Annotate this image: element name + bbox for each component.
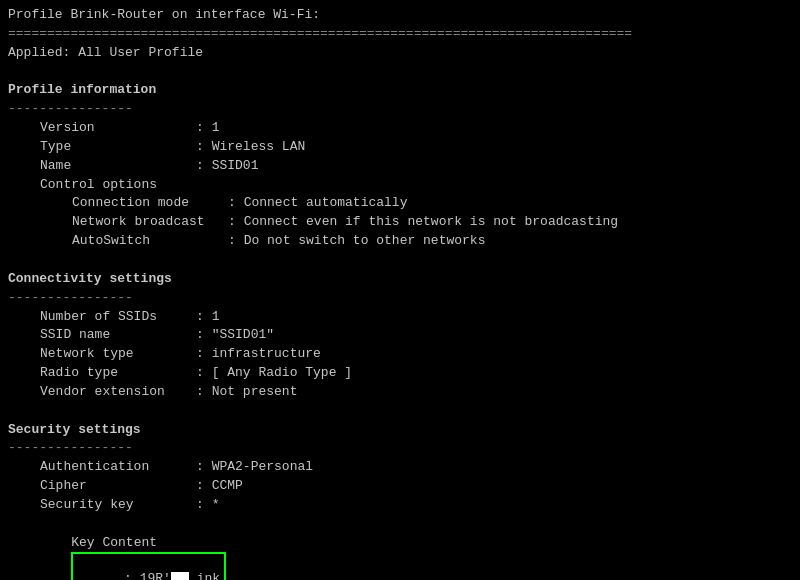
equals-separator: ========================================… xyxy=(8,25,792,44)
title-line: Profile Brink-Router on interface Wi-Fi: xyxy=(8,6,792,25)
connection-mode-label: Connection mode xyxy=(72,195,228,210)
autoswitch-label: AutoSwitch xyxy=(72,233,228,248)
radio-type-label: Radio type xyxy=(40,365,196,380)
network-type-field: Network type : infrastructure xyxy=(8,345,792,364)
connectivity-header: Connectivity settings xyxy=(8,270,792,289)
cipher-field: Cipher : CCMP xyxy=(8,477,792,496)
name-value: : SSID01 xyxy=(196,158,258,173)
type-field: Type : Wireless LAN xyxy=(8,138,792,157)
blank-line-2 xyxy=(8,251,792,270)
type-value: : Wireless LAN xyxy=(196,139,305,154)
ssid-name-value: : "SSID01" xyxy=(196,327,274,342)
security-key-field: Security key : * xyxy=(8,496,792,515)
autoswitch-field: AutoSwitch : Do not switch to other netw… xyxy=(8,232,792,251)
network-broadcast-value: : Connect even if this network is not br… xyxy=(228,214,618,229)
network-broadcast-field: Network broadcast : Connect even if this… xyxy=(8,213,792,232)
ssid-name-label: SSID name xyxy=(40,327,196,342)
connection-mode-field: Connection mode : Connect automatically xyxy=(8,194,792,213)
name-label: Name xyxy=(40,158,196,173)
type-label: Type xyxy=(40,139,196,154)
cipher-label: Cipher xyxy=(40,478,196,493)
applied-line: Applied: All User Profile xyxy=(8,44,792,63)
profile-separator: ---------------- xyxy=(8,100,792,119)
vendor-extension-label: Vendor extension xyxy=(40,384,196,399)
security-separator: ---------------- xyxy=(8,439,792,458)
key-content-prefix: : 19R' xyxy=(124,571,171,580)
authentication-field: Authentication : WPA2-Personal xyxy=(8,458,792,477)
connectivity-separator: ---------------- xyxy=(8,289,792,308)
security-header: Security settings xyxy=(8,421,792,440)
authentication-value: : WPA2-Personal xyxy=(196,459,313,474)
version-value: : 1 xyxy=(196,120,219,135)
key-content-label: Key Content xyxy=(71,535,227,550)
profile-info-header: Profile information xyxy=(8,81,792,100)
version-label: Version xyxy=(40,120,196,135)
version-field: Version : 1 xyxy=(8,119,792,138)
security-key-label: Security key xyxy=(40,497,196,512)
radio-type-field: Radio type : [ Any Radio Type ] xyxy=(8,364,792,383)
connection-mode-value: : Connect automatically xyxy=(228,195,407,210)
name-field: Name : SSID01 xyxy=(8,157,792,176)
key-content-redacted xyxy=(171,572,189,580)
num-ssids-field: Number of SSIDs : 1 xyxy=(8,308,792,327)
terminal-window: Profile Brink-Router on interface Wi-Fi:… xyxy=(8,6,792,580)
cipher-value: : CCMP xyxy=(196,478,243,493)
num-ssids-value: : 1 xyxy=(196,309,219,324)
radio-type-value: : [ Any Radio Type ] xyxy=(196,365,352,380)
security-key-value: : * xyxy=(196,497,219,512)
network-type-value: : infrastructure xyxy=(196,346,321,361)
network-type-label: Network type xyxy=(40,346,196,361)
vendor-extension-value: : Not present xyxy=(196,384,297,399)
key-content-field: Key Content : 19R' ink xyxy=(8,515,792,580)
network-broadcast-label: Network broadcast xyxy=(72,214,228,229)
blank-line-3 xyxy=(8,402,792,421)
authentication-label: Authentication xyxy=(40,459,196,474)
num-ssids-label: Number of SSIDs xyxy=(40,309,196,324)
key-content-suffix: ink xyxy=(189,571,220,580)
key-content-highlighted: : 19R' ink xyxy=(71,552,226,580)
ssid-name-field: SSID name : "SSID01" xyxy=(8,326,792,345)
autoswitch-value: : Do not switch to other networks xyxy=(228,233,485,248)
vendor-extension-field: Vendor extension : Not present xyxy=(8,383,792,402)
control-options-field: Control options xyxy=(8,176,792,195)
blank-line-1 xyxy=(8,63,792,82)
control-options-label: Control options xyxy=(40,177,157,192)
